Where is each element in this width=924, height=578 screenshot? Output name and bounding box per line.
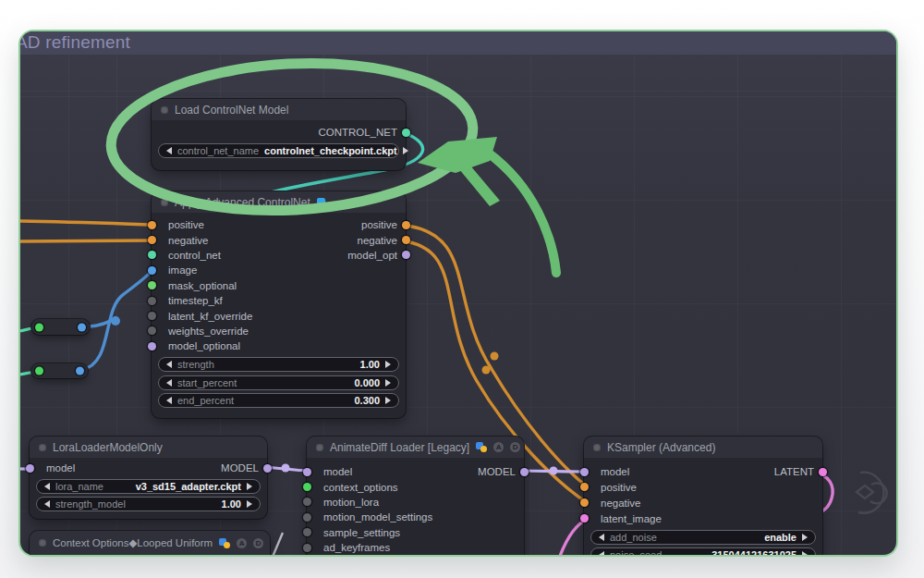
input-slot-dot-weights-override[interactable] bbox=[148, 326, 156, 335]
input-slot-dot-sample-settings[interactable] bbox=[303, 528, 311, 536]
input-slot-dot-negative[interactable] bbox=[148, 236, 156, 244]
output-slot-dot-latent[interactable] bbox=[819, 468, 827, 476]
right-arrow-icon[interactable] bbox=[802, 534, 808, 541]
reroute-node[interactable] bbox=[31, 363, 88, 378]
left-arrow-icon[interactable] bbox=[166, 379, 172, 387]
widget-name: noise_seed bbox=[610, 549, 662, 557]
collapse-dot-icon[interactable] bbox=[39, 539, 46, 547]
reroute-output-dot[interactable] bbox=[78, 323, 86, 331]
input-slot-dot-mask-optional[interactable] bbox=[148, 281, 156, 289]
left-arrow-icon[interactable] bbox=[599, 534, 604, 541]
node-context-options-looped-uniform[interactable]: Context Options◆Looped Uniform A D bbox=[30, 531, 270, 557]
input-slot-label: mask_optional bbox=[168, 280, 237, 291]
node-title-bar[interactable]: Load ControlNet Model bbox=[152, 99, 406, 120]
input-slot-dot-model[interactable] bbox=[303, 468, 311, 476]
widget-value: controlnet_checkpoint.ckpt bbox=[264, 145, 397, 156]
widget-end-percent[interactable]: end_percent 0.300 bbox=[158, 393, 399, 408]
badge-d-icon: D bbox=[253, 538, 263, 548]
input-slot-dot-control-net[interactable] bbox=[148, 251, 156, 259]
widget-name: strength_model bbox=[55, 498, 126, 510]
input-slot-dot-latent-image[interactable] bbox=[580, 514, 589, 523]
input-slot-label: weights_override bbox=[168, 326, 249, 337]
input-slot-dot-model[interactable] bbox=[26, 464, 34, 473]
widget-control-net-name[interactable]: control_net_name controlnet_checkpoint.c… bbox=[158, 143, 399, 158]
reroute-output-dot[interactable] bbox=[76, 367, 84, 375]
output-slot-dot-model-opt[interactable] bbox=[402, 251, 410, 259]
widget-strength[interactable]: strength 1.00 bbox=[158, 357, 399, 372]
left-arrow-icon[interactable] bbox=[44, 483, 50, 490]
left-arrow-icon[interactable] bbox=[44, 500, 50, 508]
node-graph-canvas[interactable]: AD refinement Load ControlNet Model CONT… bbox=[18, 30, 898, 557]
left-arrow-icon[interactable] bbox=[166, 397, 172, 404]
input-slot-label: motion_lora bbox=[323, 497, 379, 508]
input-slot-dot-positive[interactable] bbox=[148, 221, 156, 229]
output-slot-dot-positive[interactable] bbox=[402, 221, 410, 229]
node-lora-loader-model-only[interactable]: LoraLoaderModelOnly model MODEL lora_nam… bbox=[30, 437, 267, 519]
output-slot-dot-control-net[interactable] bbox=[402, 129, 410, 137]
reroute-input-dot[interactable] bbox=[35, 323, 43, 331]
collapse-dot-icon[interactable] bbox=[316, 444, 323, 451]
node-title-bar[interactable]: KSampler (Advanced) bbox=[584, 437, 822, 458]
reroute-node[interactable] bbox=[31, 319, 90, 335]
node-title-text: Load ControlNet Model bbox=[175, 104, 288, 117]
input-slot-label: timestep_kf bbox=[168, 295, 223, 306]
node-ksampler-advanced[interactable]: KSampler (Advanced) model LATENT positiv… bbox=[584, 437, 822, 557]
widget-value: 1.00 bbox=[222, 498, 241, 510]
node-title-bar[interactable]: LoraLoaderModelOnly bbox=[30, 437, 267, 458]
input-slot-dot-motion-model-settings[interactable] bbox=[303, 513, 311, 522]
widget-value: 0.000 bbox=[354, 377, 380, 388]
widget-name: end_percent bbox=[177, 395, 234, 406]
input-slot-dot-ad-keyframes[interactable] bbox=[303, 544, 311, 552]
node-animatediff-loader-legacy[interactable]: AnimateDiff Loader [Legacy] A D 1 model … bbox=[307, 437, 524, 557]
input-slot-dot-timestep-kf[interactable] bbox=[148, 297, 156, 305]
input-slot-dot-motion-lora[interactable] bbox=[303, 498, 311, 506]
collapse-dot-icon[interactable] bbox=[161, 199, 168, 206]
input-slot-dot-negative[interactable] bbox=[580, 498, 589, 507]
right-arrow-icon[interactable] bbox=[247, 483, 252, 490]
output-slot-label: model_opt bbox=[347, 250, 397, 261]
left-arrow-icon[interactable] bbox=[166, 147, 172, 154]
output-slot-dot-model[interactable] bbox=[263, 464, 272, 473]
extension-badge-icon bbox=[317, 198, 325, 206]
output-slot-label: negative bbox=[358, 235, 397, 246]
node-load-controlnet-model[interactable]: Load ControlNet Model CONTROL_NET contro… bbox=[152, 99, 406, 170]
input-slot-dot-model-optional[interactable] bbox=[148, 342, 156, 350]
collapse-dot-icon[interactable] bbox=[39, 444, 46, 451]
node-apply-advanced-controlnet[interactable]: Apply Advanced ControlNet positive posit… bbox=[152, 191, 406, 418]
widget-start-percent[interactable]: start_percent 0.000 bbox=[158, 375, 399, 390]
collapse-dot-icon[interactable] bbox=[161, 106, 168, 114]
node-title-bar[interactable]: AnimateDiff Loader [Legacy] A D 1 bbox=[307, 437, 524, 458]
widget-lora-name[interactable]: lora_name v3_sd15_adapter.ckpt bbox=[36, 479, 261, 494]
collapse-dot-icon[interactable] bbox=[593, 444, 601, 451]
right-arrow-icon[interactable] bbox=[247, 500, 252, 508]
input-slot-dot-context-options[interactable] bbox=[303, 483, 311, 491]
left-arrow-icon[interactable] bbox=[599, 551, 604, 557]
group-header-ad-refinement[interactable]: AD refinement bbox=[20, 31, 896, 55]
input-slot-label: context_options bbox=[323, 482, 398, 493]
input-slot-dot-image[interactable] bbox=[148, 266, 156, 275]
left-arrow-icon[interactable] bbox=[166, 361, 172, 368]
widget-name: control_net_name bbox=[177, 145, 259, 156]
right-arrow-icon[interactable] bbox=[385, 361, 391, 368]
right-arrow-icon[interactable] bbox=[385, 397, 391, 404]
node-title-bar[interactable]: Context Options◆Looped Uniform A D bbox=[30, 531, 270, 555]
annotation-arrow-head-icon bbox=[418, 137, 497, 173]
widget-partially-visible[interactable] bbox=[314, 557, 517, 558]
right-arrow-icon[interactable] bbox=[802, 551, 808, 557]
reroute-input-dot[interactable] bbox=[35, 367, 43, 375]
annotation-arrow-dash bbox=[459, 166, 500, 206]
widget-add-noise[interactable]: add_noise enable bbox=[590, 530, 816, 545]
output-slot-dot-negative[interactable] bbox=[402, 236, 410, 244]
right-arrow-icon[interactable] bbox=[403, 147, 408, 154]
input-slot-label: model bbox=[46, 462, 75, 473]
widget-noise-seed[interactable]: noise_seed 315044121631025 bbox=[590, 547, 816, 557]
output-slot-dot-model[interactable] bbox=[520, 468, 529, 476]
output-slot-label: MODEL bbox=[221, 462, 259, 473]
widget-strength-model[interactable]: strength_model 1.00 bbox=[36, 497, 261, 511]
input-slot-dot-latent-kf-override[interactable] bbox=[148, 312, 156, 320]
input-slot-dot-model[interactable] bbox=[580, 468, 589, 476]
widget-value: 315044121631025 bbox=[711, 549, 796, 557]
node-title-bar[interactable]: Apply Advanced ControlNet bbox=[152, 191, 406, 213]
right-arrow-icon[interactable] bbox=[385, 379, 391, 387]
input-slot-dot-positive[interactable] bbox=[580, 483, 589, 491]
